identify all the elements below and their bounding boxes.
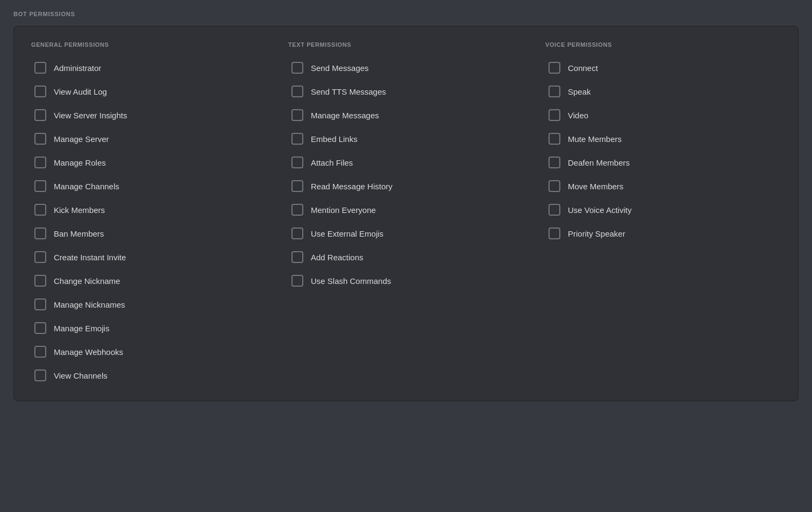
permission-item-view-audit-log[interactable]: View Audit Log xyxy=(31,81,267,102)
permission-label-use-voice-activity: Use Voice Activity xyxy=(568,205,631,215)
checkbox-send-messages[interactable] xyxy=(291,62,303,74)
permission-label-mention-everyone: Mention Everyone xyxy=(311,205,376,215)
page-wrapper: BOT PERMISSIONS GENERAL PERMISSIONSAdmin… xyxy=(13,11,799,401)
checkbox-mute-members[interactable] xyxy=(549,133,560,145)
checkbox-use-slash-commands[interactable] xyxy=(291,275,303,287)
checkbox-video[interactable] xyxy=(549,109,560,121)
permission-item-view-server-insights[interactable]: View Server Insights xyxy=(31,105,267,125)
checkbox-manage-emojis[interactable] xyxy=(34,322,46,334)
permission-item-mention-everyone[interactable]: Mention Everyone xyxy=(288,200,524,220)
permission-item-create-instant-invite[interactable]: Create Instant Invite xyxy=(31,247,267,267)
checkbox-administrator[interactable] xyxy=(34,62,46,74)
checkbox-use-voice-activity[interactable] xyxy=(549,204,560,216)
permission-label-administrator: Administrator xyxy=(54,63,101,73)
column-text: TEXT PERMISSIONSSend MessagesSend TTS Me… xyxy=(288,41,524,386)
permission-list-text: Send MessagesSend TTS MessagesManage Mes… xyxy=(288,58,524,291)
permission-item-video[interactable]: Video xyxy=(545,105,781,125)
permission-label-change-nickname: Change Nickname xyxy=(54,276,120,286)
checkbox-change-nickname[interactable] xyxy=(34,275,46,287)
permission-label-add-reactions: Add Reactions xyxy=(311,253,364,262)
permission-item-read-message-history[interactable]: Read Message History xyxy=(288,176,524,196)
checkbox-read-message-history[interactable] xyxy=(291,180,303,192)
permission-item-manage-webhooks[interactable]: Manage Webhooks xyxy=(31,342,267,362)
permission-item-use-voice-activity[interactable]: Use Voice Activity xyxy=(545,200,781,220)
permission-label-manage-webhooks: Manage Webhooks xyxy=(54,347,123,357)
permission-item-add-reactions[interactable]: Add Reactions xyxy=(288,247,524,267)
permission-label-manage-roles: Manage Roles xyxy=(54,158,106,167)
column-header-voice: VOICE PERMISSIONS xyxy=(545,41,781,48)
permission-item-kick-members[interactable]: Kick Members xyxy=(31,200,267,220)
checkbox-add-reactions[interactable] xyxy=(291,251,303,263)
permission-label-attach-files: Attach Files xyxy=(311,158,353,167)
permission-item-view-channels[interactable]: View Channels xyxy=(31,365,267,386)
checkbox-view-channels[interactable] xyxy=(34,369,46,381)
permission-item-move-members[interactable]: Move Members xyxy=(545,176,781,196)
permission-item-send-tts-messages[interactable]: Send TTS Messages xyxy=(288,81,524,102)
permission-item-manage-messages[interactable]: Manage Messages xyxy=(288,105,524,125)
permission-item-speak[interactable]: Speak xyxy=(545,81,781,102)
permission-list-general: AdministratorView Audit LogView Server I… xyxy=(31,58,267,386)
permission-item-manage-emojis[interactable]: Manage Emojis xyxy=(31,318,267,338)
checkbox-create-instant-invite[interactable] xyxy=(34,251,46,263)
checkbox-deafen-members[interactable] xyxy=(549,157,560,168)
permission-item-mute-members[interactable]: Mute Members xyxy=(545,129,781,149)
checkbox-view-audit-log[interactable] xyxy=(34,86,46,97)
permission-label-embed-links: Embed Links xyxy=(311,134,358,144)
checkbox-ban-members[interactable] xyxy=(34,227,46,239)
checkbox-move-members[interactable] xyxy=(549,180,560,192)
column-general: GENERAL PERMISSIONSAdministratorView Aud… xyxy=(31,41,267,386)
checkbox-manage-nicknames[interactable] xyxy=(34,298,46,310)
checkbox-send-tts-messages[interactable] xyxy=(291,86,303,97)
permission-label-priority-speaker: Priority Speaker xyxy=(568,229,625,238)
checkbox-attach-files[interactable] xyxy=(291,157,303,168)
permission-label-send-tts-messages: Send TTS Messages xyxy=(311,87,386,96)
permission-item-administrator[interactable]: Administrator xyxy=(31,58,267,78)
permission-item-use-slash-commands[interactable]: Use Slash Commands xyxy=(288,271,524,291)
permission-label-speak: Speak xyxy=(568,87,591,96)
permission-label-view-audit-log: View Audit Log xyxy=(54,87,107,96)
permission-item-manage-nicknames[interactable]: Manage Nicknames xyxy=(31,294,267,315)
permission-item-manage-roles[interactable]: Manage Roles xyxy=(31,152,267,173)
permission-item-connect[interactable]: Connect xyxy=(545,58,781,78)
checkbox-use-external-emojis[interactable] xyxy=(291,227,303,239)
permission-item-ban-members[interactable]: Ban Members xyxy=(31,223,267,244)
permission-item-change-nickname[interactable]: Change Nickname xyxy=(31,271,267,291)
permission-list-voice: ConnectSpeakVideoMute MembersDeafen Memb… xyxy=(545,58,781,244)
column-header-general: GENERAL PERMISSIONS xyxy=(31,41,267,48)
checkbox-manage-roles[interactable] xyxy=(34,157,46,168)
permission-label-deafen-members: Deafen Members xyxy=(568,158,630,167)
checkbox-view-server-insights[interactable] xyxy=(34,109,46,121)
permission-label-create-instant-invite: Create Instant Invite xyxy=(54,253,126,262)
permission-item-priority-speaker[interactable]: Priority Speaker xyxy=(545,223,781,244)
checkbox-speak[interactable] xyxy=(549,86,560,97)
checkbox-priority-speaker[interactable] xyxy=(549,227,560,239)
permission-item-deafen-members[interactable]: Deafen Members xyxy=(545,152,781,173)
page-title: BOT PERMISSIONS xyxy=(13,11,799,17)
permission-label-kick-members: Kick Members xyxy=(54,205,105,215)
permission-label-manage-emojis: Manage Emojis xyxy=(54,324,109,333)
permission-item-send-messages[interactable]: Send Messages xyxy=(288,58,524,78)
checkbox-manage-channels[interactable] xyxy=(34,180,46,192)
checkbox-mention-everyone[interactable] xyxy=(291,204,303,216)
permission-label-move-members: Move Members xyxy=(568,182,623,191)
column-voice: VOICE PERMISSIONSConnectSpeakVideoMute M… xyxy=(545,41,781,386)
permission-item-use-external-emojis[interactable]: Use External Emojis xyxy=(288,223,524,244)
permission-label-send-messages: Send Messages xyxy=(311,63,369,73)
checkbox-manage-server[interactable] xyxy=(34,133,46,145)
checkbox-manage-messages[interactable] xyxy=(291,109,303,121)
permission-item-attach-files[interactable]: Attach Files xyxy=(288,152,524,173)
permission-item-manage-channels[interactable]: Manage Channels xyxy=(31,176,267,196)
checkbox-connect[interactable] xyxy=(549,62,560,74)
permission-label-view-server-insights: View Server Insights xyxy=(54,111,127,120)
permission-item-manage-server[interactable]: Manage Server xyxy=(31,129,267,149)
permission-label-read-message-history: Read Message History xyxy=(311,182,393,191)
permission-label-manage-server: Manage Server xyxy=(54,134,109,144)
permission-label-video: Video xyxy=(568,111,588,120)
checkbox-embed-links[interactable] xyxy=(291,133,303,145)
permission-item-embed-links[interactable]: Embed Links xyxy=(288,129,524,149)
permissions-panel: GENERAL PERMISSIONSAdministratorView Aud… xyxy=(13,26,799,401)
checkbox-manage-webhooks[interactable] xyxy=(34,346,46,358)
checkbox-kick-members[interactable] xyxy=(34,204,46,216)
permission-label-use-slash-commands: Use Slash Commands xyxy=(311,276,391,286)
permission-label-manage-channels: Manage Channels xyxy=(54,182,119,191)
